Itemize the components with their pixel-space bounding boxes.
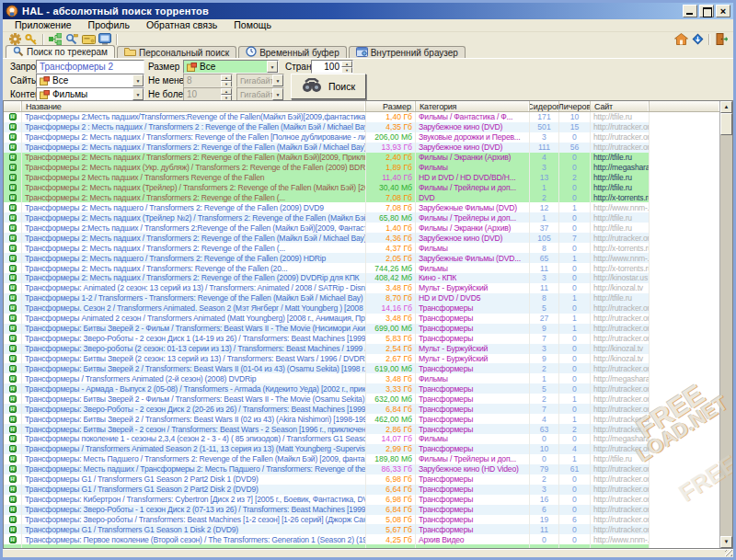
table-row[interactable]: HТрансформеры - Армада - Выпуск 2 (05-08… (4, 383, 650, 394)
table-row[interactable]: HТрансформеры: Animated (2 сезон: 13 сер… (4, 283, 650, 293)
home-icon[interactable] (673, 33, 689, 46)
settings-gear-icon[interactable] (6, 33, 23, 46)
card-icon[interactable] (80, 33, 97, 46)
table-row[interactable]: HТрансформеры 2: Месть падших (Трейлер №… (4, 212, 650, 223)
browser-icon (356, 47, 368, 59)
table-row[interactable]: HТрансформеры 2: Месть падших / Transfor… (4, 153, 650, 163)
table-row[interactable]: HТрансформеры Animated 2 сезон / Transfo… (4, 314, 650, 324)
table-row[interactable]: HТрансформеры: Битвы Зверей 2 - Фильм / … (4, 394, 650, 404)
chevron-down-icon[interactable]: ▼ (132, 74, 144, 86)
torrent-status-icon: H (4, 253, 22, 263)
column-header-icon[interactable] (4, 101, 22, 111)
key-icon[interactable] (23, 33, 40, 46)
table-row[interactable]: HТрансформеры 1-2 / Transformers - Trans… (4, 293, 650, 303)
column-header-size[interactable]: Размер (366, 101, 416, 111)
tab-temp-buffer[interactable]: Временный буфер (238, 46, 347, 58)
table-row[interactable]: HТрансформеры: Первое поколение (Второй … (4, 534, 650, 544)
table-row[interactable]: HТрансформеры 2: Месть падших / Transfor… (4, 193, 650, 203)
search-button[interactable]: Поиск (291, 74, 366, 99)
close-button[interactable]: × (716, 5, 730, 17)
table-row[interactable]: HТрансформеры: Битвы Зверей 2 - Фильм / … (4, 324, 650, 334)
table-row[interactable]: HТрансформеры 2: Месть падших / Transfor… (4, 243, 650, 253)
minimize-button[interactable] (683, 5, 697, 17)
cell-size: 744,26 Мб (366, 263, 416, 273)
table-row[interactable]: HТрансформеры G1 / Transformers G1 Seaso… (4, 485, 650, 495)
spin-up-icon[interactable]: ▲ (341, 61, 352, 67)
cell-name: Трансформеры G1 / Transformers G1 Season… (22, 474, 366, 485)
maximize-button[interactable] (699, 5, 714, 17)
tracker-icon: H (9, 455, 17, 463)
table-row[interactable]: HТрансформеры: Зверо-Роботы - 2 сезон Ди… (4, 404, 650, 414)
torrent-status-icon: H (4, 424, 22, 434)
table-row[interactable]: HТрансформеры: Зверо-Роботы - 1 сезон Ди… (4, 505, 650, 515)
table-row[interactable] (4, 544, 650, 548)
column-header-seeders[interactable]: Сидеров (530, 101, 559, 111)
chevron-down-icon[interactable]: ▼ (267, 61, 278, 73)
tab-personal-search[interactable]: Персональный поиск (117, 46, 236, 58)
table-row[interactable]: HТрансформеры 2 : Месть падших / Transfo… (4, 122, 650, 132)
pages-stepper[interactable]: 100 ▲▼ (311, 60, 353, 74)
search-key-icon[interactable] (63, 33, 80, 46)
table-row[interactable]: HТрансформеры 2: Месть падших (Укр. дубл… (4, 163, 650, 173)
column-header-leechers[interactable]: Личеров (559, 101, 591, 111)
table-row[interactable]: HТрансформеры: Кибертрон / Transformers:… (4, 495, 650, 505)
tab-tracker-search[interactable]: Поиск по трекерам (6, 45, 115, 58)
table-row[interactable]: HТрансформеры: Битвы Зверей 2 / Transfor… (4, 414, 650, 424)
table-row[interactable]: HТрансформеры: Месть Падшего / Transform… (4, 454, 650, 464)
table-row[interactable]: HТрансформеры / Transformers Animated Se… (4, 444, 650, 454)
tab-internal-browser[interactable]: Внутренний браузер (349, 46, 466, 58)
menu-help[interactable]: Помощь (225, 19, 280, 31)
scrollbar-thumb[interactable] (720, 113, 732, 135)
table-row[interactable]: HТрансформеры: Битвы Зверей - 2 сезон / … (4, 424, 650, 434)
table-row[interactable]: HТрансформеры: Месть падших / Трансформе… (4, 464, 650, 474)
monitor-icon[interactable] (97, 33, 113, 46)
spin-down-icon[interactable]: ▼ (341, 67, 352, 74)
menu-profile[interactable]: Профиль (80, 19, 138, 31)
column-header-name[interactable]: Название (22, 101, 366, 111)
column-header-category[interactable]: Категория (416, 101, 530, 111)
tracker-icon: H (9, 204, 17, 211)
table-row[interactable]: HТрансформеры 2: Месть падших / Transfor… (4, 132, 650, 143)
table-row[interactable]: HТрансформеры: Зверо-роботы (2 сезон: 01… (4, 344, 650, 354)
resize-grip-icon[interactable] (725, 550, 732, 556)
network-trackers-icon[interactable] (47, 33, 63, 46)
table-row[interactable]: HТрансформеры 2:Месть падших/Transformer… (4, 112, 650, 122)
table-row[interactable]: HТрансформеры 2: Месть падшего / Transfo… (4, 202, 650, 212)
vertical-scrollbar[interactable]: ▲ ▼ (719, 101, 732, 548)
column-header-site[interactable]: Сайт (591, 101, 650, 111)
table-row[interactable]: HТрансформеры: Битвы Зверей 2 / Transfor… (4, 363, 650, 373)
size-select[interactable]: Все ▼ (183, 60, 279, 74)
table-row[interactable]: HТрансформеры 2:Месть падших / Transform… (4, 223, 650, 233)
table-row[interactable]: HТрансформеры 2: Месть падших (Трейлер) … (4, 183, 650, 193)
table-row[interactable]: HТрансформеры 2 Месть падших / Transform… (4, 173, 650, 183)
table-row[interactable]: HТрансформеры 2: Месть падших / Transfor… (4, 233, 650, 243)
tracker-icon: H (9, 385, 17, 393)
table-row[interactable]: HТрансформеры 2: Месть падших / Transfor… (4, 263, 650, 273)
table-row[interactable]: HТрансформеры / Transformers Animated (2… (4, 373, 650, 383)
scroll-up-icon[interactable]: ▲ (720, 101, 732, 113)
menu-feedback[interactable]: Обратная связь (138, 19, 225, 31)
scrollbar-track[interactable] (720, 135, 732, 536)
menu-application[interactable]: Приложение (6, 19, 80, 31)
cell-category: Архив Видео (416, 534, 530, 544)
table-row[interactable]: HТрансформеры: Зверо-роботы / Transforme… (4, 515, 650, 525)
table-row[interactable]: HТрансформеры 2: Месть падших / Transfor… (4, 143, 650, 153)
table-row[interactable]: HТрансформеры: Битвы Зверей (2 сезон: 13… (4, 354, 650, 364)
table-row[interactable]: HТрансформеры 2: Месть падшего / Transfo… (4, 253, 650, 263)
table-row[interactable]: HТрансформеры: Зверо-Роботы - 2 сезон Ди… (4, 334, 650, 344)
scroll-down-icon[interactable]: ▼ (720, 536, 732, 548)
table-row[interactable]: HТрансформеры поколение 1 - сезоны 2,3,4… (4, 434, 650, 444)
diamond-update-icon[interactable] (689, 33, 706, 46)
sites-select[interactable]: Все ▼ (36, 74, 144, 87)
cell-name: Трансформеры: Зверо-Роботы - 2 сезон Дис… (22, 334, 366, 344)
table-row[interactable]: HТрансформеры G1 / Transformers G1 Seaso… (4, 474, 650, 485)
query-input[interactable]: Трансформеры 2 (36, 60, 144, 74)
content-select[interactable]: Фильмы ▼ (36, 87, 144, 101)
table-row[interactable]: HТрансформеры. Сезон 2 / Transformers An… (4, 303, 650, 314)
chevron-down-icon[interactable]: ▼ (132, 88, 144, 100)
title-bar[interactable]: HAL - абсолютный поиск торрентов × (3, 3, 733, 19)
table-row[interactable]: HТрансформеры G1 / Transformers G1 Seaso… (4, 524, 650, 534)
exit-door-icon[interactable] (713, 33, 730, 46)
tracker-icon: H (9, 133, 17, 141)
table-row[interactable]: HТрансформеры 2: Месть падших / Transfor… (4, 273, 650, 283)
